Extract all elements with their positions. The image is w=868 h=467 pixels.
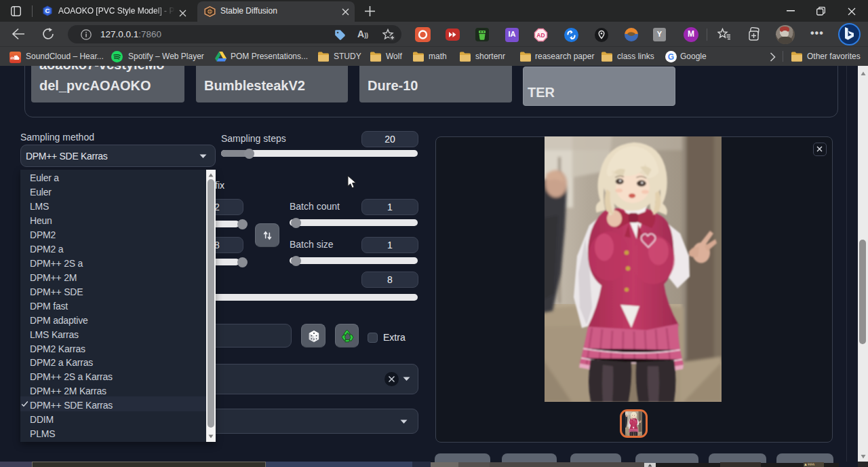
svg-text:AD: AD — [536, 32, 545, 39]
svg-text:C: C — [45, 7, 50, 14]
svg-text:G: G — [668, 52, 674, 62]
